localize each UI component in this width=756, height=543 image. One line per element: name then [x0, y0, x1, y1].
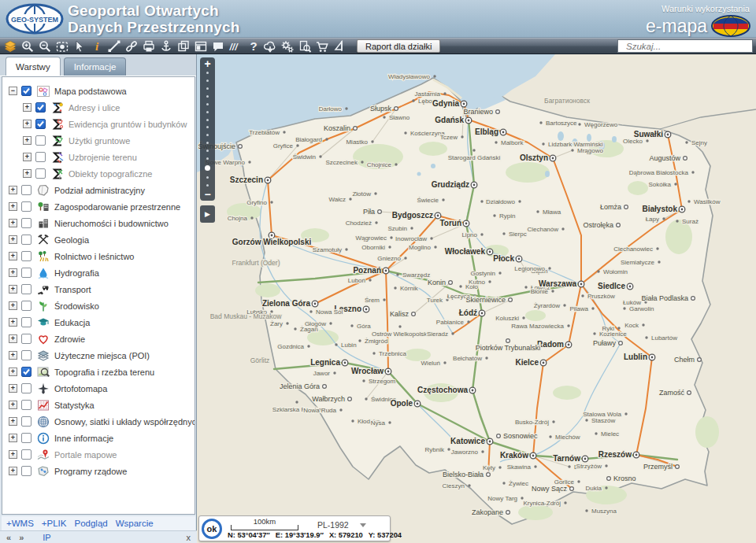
layer-label[interactable]: Ortofotomapa [54, 384, 107, 393]
layer-checkbox[interactable] [35, 152, 46, 162]
help-icon[interactable]: ? [244, 39, 261, 54]
parcel-report-button[interactable]: Raport dla działki [357, 39, 440, 53]
zoom-in-icon[interactable] [19, 39, 36, 54]
expand-icon[interactable]: + [9, 334, 17, 343]
layer-checkbox[interactable] [21, 334, 32, 344]
ip-link[interactable]: IP [43, 533, 50, 542]
layer-label[interactable]: Środowisko [54, 301, 99, 311]
expand-icon[interactable]: + [9, 268, 17, 277]
expand-icon[interactable]: + [23, 103, 32, 112]
panel-expand-arrow[interactable]: ▶ [200, 205, 215, 223]
zoom-level-dot[interactable] [206, 142, 209, 144]
zoom-level-current[interactable] [205, 165, 210, 171]
tab-warstwy[interactable]: Warstwy [6, 57, 61, 76]
layers-icon[interactable] [2, 39, 19, 54]
anchor-icon[interactable] [158, 39, 175, 54]
zoom-level-dot[interactable] [206, 157, 209, 160]
sail-icon[interactable] [331, 39, 348, 54]
expand-icon[interactable]: + [9, 450, 17, 459]
expand-icon[interactable]: + [9, 401, 17, 409]
zoom-level-dot[interactable] [206, 103, 209, 105]
map-canvas[interactable]: ŚwinoujścieNowe WarpnoSzczecinGryfinoCho… [197, 54, 756, 543]
zoom-level-dot[interactable] [206, 79, 209, 82]
layer-label[interactable]: Użytki gruntowe [69, 136, 130, 146]
expand-icon[interactable]: + [23, 153, 32, 161]
layer-label[interactable]: Geologia [54, 235, 89, 245]
layer-label[interactable]: Podział administracyjny [54, 186, 145, 195]
wms-link[interactable]: +WMS [6, 519, 34, 528]
cart-icon[interactable] [313, 39, 331, 54]
zoom-level-dot[interactable] [206, 95, 209, 98]
expand-icon[interactable]: + [9, 434, 17, 442]
layer-checkbox[interactable] [21, 235, 32, 245]
zoom-level-dot[interactable] [206, 126, 209, 128]
layer-label[interactable]: Inne informacje [54, 434, 113, 443]
close-icon[interactable]: x [187, 533, 191, 542]
layer-checkbox[interactable] [21, 449, 32, 460]
copy-icon[interactable] [175, 39, 192, 54]
expand-icon[interactable]: + [9, 252, 17, 260]
zoom-level-dot[interactable] [206, 111, 209, 113]
zoom-level-dot[interactable] [206, 134, 209, 136]
layer-label[interactable]: Hydrografia [54, 268, 99, 278]
slashes-icon[interactable]: /// [227, 39, 244, 54]
layer-label[interactable]: Topografia i rzeźba terenu [54, 368, 154, 377]
layer-label[interactable]: Statystyka [54, 401, 94, 410]
pager-next[interactable]: » [19, 533, 24, 542]
crs-selector[interactable]: PL-1992 [317, 520, 366, 530]
layer-checkbox[interactable] [21, 251, 32, 261]
layout-icon[interactable] [192, 39, 209, 54]
layer-label[interactable]: Rolnictwo i leśnictwo [54, 252, 134, 261]
layer-label[interactable]: Zdrowie [54, 334, 85, 344]
layer-checkbox[interactable] [35, 119, 46, 129]
expand-icon[interactable]: + [23, 169, 32, 178]
layer-checkbox[interactable] [21, 350, 32, 360]
expand-icon[interactable]: + [9, 235, 17, 244]
expand-icon[interactable]: + [9, 368, 17, 376]
zoom-out-button[interactable]: − [204, 188, 210, 201]
cloud-download-icon[interactable] [261, 39, 279, 54]
layer-checkbox[interactable] [21, 201, 32, 212]
layer-checkbox[interactable] [21, 284, 32, 294]
settings-icon[interactable] [279, 39, 296, 54]
tab-informacje[interactable]: Informacje [64, 57, 127, 76]
cursor-icon[interactable] [71, 39, 88, 54]
measure-icon[interactable] [106, 39, 123, 54]
zoom-level-dot[interactable] [206, 150, 209, 152]
podglad-link[interactable]: Podgląd [74, 519, 107, 528]
pager-prev[interactable]: « [6, 533, 11, 542]
expand-icon[interactable]: + [23, 136, 32, 145]
info-icon[interactable]: i [88, 39, 106, 54]
expand-icon[interactable]: + [9, 202, 17, 211]
layer-checkbox[interactable] [21, 433, 32, 443]
expand-icon[interactable]: + [9, 285, 17, 294]
expand-icon[interactable]: + [9, 219, 17, 227]
layer-label[interactable]: Edukacja [54, 318, 90, 327]
layer-label[interactable]: Użyteczne miejsca (POI) [54, 351, 150, 360]
wsparcie-link[interactable]: Wsparcie [116, 519, 154, 528]
layer-label[interactable]: Transport [54, 285, 91, 294]
layer-checkbox[interactable] [21, 301, 32, 311]
search-document-icon[interactable] [296, 39, 313, 54]
expand-icon[interactable]: + [9, 384, 17, 393]
ok-button[interactable]: ok [202, 519, 222, 539]
expand-icon[interactable]: + [23, 120, 32, 128]
layer-label[interactable]: Osnowy, siatki i układy współrzędnych [54, 417, 195, 427]
layer-label[interactable]: Programy rządowe [54, 467, 127, 476]
layer-label[interactable]: Ewidencja gruntów i budynków [69, 120, 187, 129]
comment-icon[interactable] [209, 39, 227, 54]
zoom-level-dot[interactable] [206, 184, 209, 187]
zoom-level-dot[interactable] [206, 119, 209, 121]
expand-icon[interactable]: + [9, 351, 17, 360]
zoom-in-button[interactable]: + [204, 57, 210, 70]
zoom-level-dot[interactable] [206, 87, 209, 90]
expand-icon[interactable]: + [9, 417, 17, 426]
search-input[interactable] [624, 41, 750, 52]
zoom-level-dot[interactable] [206, 176, 209, 179]
layer-checkbox[interactable] [21, 466, 32, 476]
terms-link[interactable]: Warunki wykorzystania [662, 4, 750, 13]
expand-icon[interactable]: + [9, 467, 17, 475]
zoom-slider[interactable] [205, 70, 210, 188]
print-icon[interactable] [140, 39, 158, 54]
layer-checkbox[interactable] [21, 416, 32, 427]
